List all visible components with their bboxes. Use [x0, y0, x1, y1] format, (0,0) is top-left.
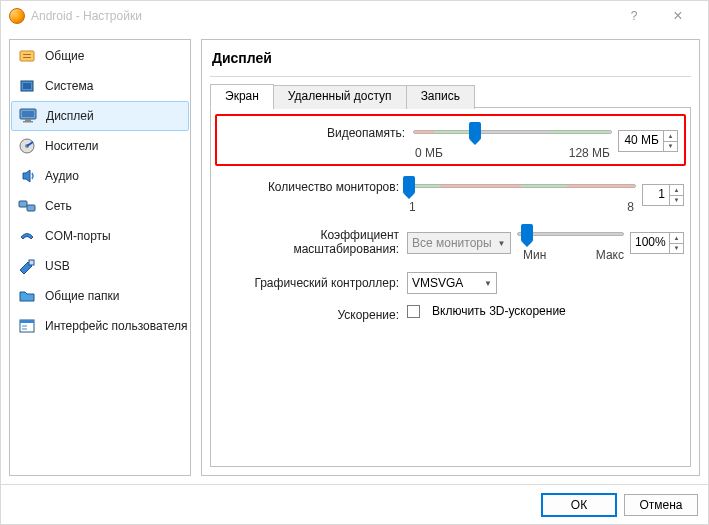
sidebar-item-label: Общие — [45, 49, 84, 63]
serial-icon — [17, 227, 37, 245]
titlebar: Android - Настройки ? × — [1, 1, 708, 31]
svg-rect-17 — [22, 328, 27, 330]
sidebar-item-label: Аудио — [45, 169, 79, 183]
monitor-icon — [18, 107, 38, 125]
sidebar-item-ui[interactable]: Интерфейс пользователя — [11, 311, 189, 341]
chip-icon — [17, 77, 37, 95]
controller-label: Графический контроллер: — [217, 272, 407, 290]
gear-icon — [17, 47, 37, 65]
svg-rect-13 — [29, 260, 34, 265]
ok-button[interactable]: ОК — [542, 494, 616, 516]
app-icon — [9, 8, 25, 24]
slider-thumb[interactable] — [469, 122, 481, 140]
video-memory-highlight: Видеопамять: — [215, 114, 686, 166]
monitor-count-slider[interactable]: 1 8 — [407, 176, 636, 214]
sidebar-item-serial[interactable]: COM-порты — [11, 221, 189, 251]
footer: ОК Отмена — [1, 484, 708, 524]
scale-row: Коэффициент масштабирования: Все монитор… — [217, 224, 684, 262]
sidebar-item-system[interactable]: Система — [11, 71, 189, 101]
slider-min-label: Мин — [523, 248, 546, 262]
slider-thumb[interactable] — [403, 176, 415, 194]
help-button[interactable]: ? — [612, 2, 656, 30]
tab-screen[interactable]: Экран — [210, 84, 274, 108]
tab-record[interactable]: Запись — [406, 85, 475, 109]
disk-icon — [17, 137, 37, 155]
tab-remote[interactable]: Удаленный доступ — [273, 85, 407, 109]
main-panel: Дисплей Экран Удаленный доступ Запись Ви… — [201, 39, 700, 476]
svg-rect-0 — [20, 51, 34, 61]
accel-3d-checkbox[interactable] — [407, 305, 420, 318]
video-memory-row: Видеопамять: — [223, 122, 678, 160]
usb-icon — [17, 257, 37, 275]
window-title: Android - Настройки — [31, 9, 612, 23]
video-memory-label: Видеопамять: — [223, 122, 413, 140]
sidebar-item-audio[interactable]: Аудио — [11, 161, 189, 191]
scale-monitor-combo: Все мониторы ▼ — [407, 232, 511, 254]
chevron-down-icon: ▼ — [484, 279, 492, 288]
svg-rect-11 — [19, 201, 27, 207]
slider-max-label: Макс — [596, 248, 624, 262]
sidebar-item-label: COM-порты — [45, 229, 111, 243]
scale-value[interactable]: 100% — [631, 233, 669, 253]
tab-pane: Видеопамять: — [210, 108, 691, 467]
network-icon — [17, 197, 37, 215]
sidebar-item-label: Общие папки — [45, 289, 119, 303]
video-memory-value[interactable]: 40 МБ — [619, 131, 663, 151]
combo-value: VMSVGA — [412, 276, 463, 290]
svg-rect-16 — [22, 325, 27, 327]
svg-rect-4 — [23, 83, 31, 89]
folder-icon — [17, 287, 37, 305]
slider-min-label: 1 — [409, 200, 416, 214]
video-memory-slider[interactable]: 0 МБ 128 МБ — [413, 122, 612, 160]
svg-rect-1 — [23, 54, 31, 55]
monitor-count-row: Количество мониторов: — [217, 176, 684, 214]
slider-max-label: 8 — [627, 200, 634, 214]
page-title: Дисплей — [210, 46, 691, 77]
sidebar-item-storage[interactable]: Носители — [11, 131, 189, 161]
sidebar-item-shared[interactable]: Общие папки — [11, 281, 189, 311]
sidebar-item-label: Дисплей — [46, 109, 94, 123]
scale-label: Коэффициент масштабирования: — [217, 224, 407, 256]
controller-row: Графический контроллер: VMSVGA ▼ — [217, 272, 684, 294]
ui-icon — [17, 317, 37, 335]
monitor-count-spin[interactable]: 1 ▲▼ — [642, 184, 684, 206]
chevron-down-icon: ▼ — [498, 239, 506, 248]
sidebar-item-label: Интерфейс пользователя — [45, 319, 188, 333]
accel-label: Ускорение: — [217, 304, 407, 322]
svg-rect-12 — [27, 205, 35, 211]
spin-down-icon[interactable]: ▼ — [670, 196, 683, 206]
sidebar-item-display[interactable]: Дисплей — [11, 101, 189, 131]
spin-down-icon[interactable]: ▼ — [670, 244, 683, 254]
spin-up-icon[interactable]: ▲ — [670, 233, 683, 244]
monitor-count-value[interactable]: 1 — [643, 185, 669, 205]
spin-down-icon[interactable]: ▼ — [664, 142, 677, 152]
close-button[interactable]: × — [656, 2, 700, 30]
video-memory-spin[interactable]: 40 МБ ▲▼ — [618, 130, 678, 152]
combo-value: Все мониторы — [412, 236, 492, 250]
svg-rect-6 — [22, 111, 34, 117]
slider-min-label: 0 МБ — [415, 146, 443, 160]
spin-up-icon[interactable]: ▲ — [670, 185, 683, 196]
scale-spin[interactable]: 100% ▲▼ — [630, 232, 684, 254]
sidebar-item-label: USB — [45, 259, 70, 273]
sidebar-item-general[interactable]: Общие — [11, 41, 189, 71]
svg-rect-2 — [23, 57, 31, 58]
svg-rect-15 — [20, 320, 34, 323]
content: Общие Система Дисплей Носители Аудио — [1, 31, 708, 484]
accel-row: Ускорение: Включить 3D-ускорение — [217, 304, 684, 322]
tabs: Экран Удаленный доступ Запись — [210, 83, 691, 108]
monitor-count-label: Количество мониторов: — [217, 176, 407, 194]
sidebar-item-network[interactable]: Сеть — [11, 191, 189, 221]
sidebar-item-usb[interactable]: USB — [11, 251, 189, 281]
scale-slider[interactable]: Мин Макс — [517, 224, 624, 262]
svg-rect-8 — [23, 121, 33, 123]
cancel-button[interactable]: Отмена — [624, 494, 698, 516]
slider-max-label: 128 МБ — [569, 146, 610, 160]
slider-thumb[interactable] — [521, 224, 533, 242]
spin-up-icon[interactable]: ▲ — [664, 131, 677, 142]
speaker-icon — [17, 167, 37, 185]
sidebar: Общие Система Дисплей Носители Аудио — [9, 39, 191, 476]
sidebar-item-label: Сеть — [45, 199, 72, 213]
accel-3d-label: Включить 3D-ускорение — [432, 304, 566, 318]
controller-combo[interactable]: VMSVGA ▼ — [407, 272, 497, 294]
